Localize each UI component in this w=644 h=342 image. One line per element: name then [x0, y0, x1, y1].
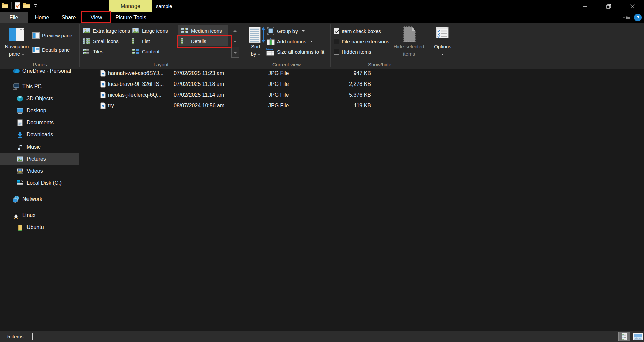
- sidebar-item-ubuntu[interactable]: Ubuntu: [0, 221, 79, 233]
- sort-by-label2: by: [251, 51, 256, 57]
- layout-tiles[interactable]: Tiles: [80, 46, 130, 57]
- gallery-scroll-down[interactable]: [231, 36, 239, 46]
- content-icon: [132, 49, 139, 54]
- file-name-extensions-checkbox[interactable]: File name extensions: [334, 37, 389, 45]
- tab-file[interactable]: File: [0, 12, 28, 23]
- gallery-more-button[interactable]: [231, 47, 239, 58]
- ubuntu-icon: [16, 224, 24, 231]
- layout-extra-large-icons[interactable]: Extra large icons: [80, 25, 130, 36]
- sort-by-dropdown[interactable]: by: [246, 51, 265, 57]
- file-date-modified: 07/02/2025 11:14 am: [174, 90, 224, 100]
- details-pane-icon: [32, 47, 40, 53]
- details-pane-label: Details pane: [42, 47, 70, 53]
- hide-selected-items-label2: items: [389, 51, 429, 57]
- add-columns-button[interactable]: Add columns: [267, 37, 313, 45]
- hidden-items-label: Hidden items: [342, 49, 371, 55]
- layout-large-icons[interactable]: Large icons: [129, 25, 179, 36]
- file-size: 119 KB: [304, 100, 371, 111]
- hide-selected-items-button[interactable]: Hide selected: [389, 44, 429, 49]
- group-label-layout: Layout: [79, 62, 243, 67]
- sidebar-item-linux[interactable]: Linux: [0, 209, 79, 221]
- file-row[interactable]: hannah-wei-aso6SYJ... 07/02/2025 11:23 a…: [79, 69, 644, 79]
- item-count: 5 items: [7, 331, 23, 342]
- 3d-objects-icon: [16, 95, 24, 102]
- help-icon[interactable]: ?: [634, 14, 642, 21]
- details-view-toggle[interactable]: [618, 332, 630, 341]
- file-row[interactable]: try 08/07/2024 10:56 am JPG File 119 KB: [79, 100, 644, 111]
- file-row[interactable]: nicolas-j-leclercq-6Q... 07/02/2025 11:1…: [79, 90, 644, 100]
- layout-medium-icons[interactable]: Medium icons: [178, 25, 228, 36]
- more-icon: [234, 51, 237, 51]
- checkbox-unchecked-icon: [334, 49, 339, 55]
- pictures-icon: [16, 155, 24, 163]
- sidebar-item-this-pc[interactable]: This PC: [0, 80, 79, 93]
- ribbon-tabstrip: File Home Share View Picture Tools ?: [0, 12, 644, 23]
- file-name-extensions-label: File name extensions: [342, 39, 389, 44]
- layout-small-icons[interactable]: Small icons: [80, 36, 130, 46]
- sidebar-item-network[interactable]: Network: [0, 193, 79, 205]
- sidebar-item-pictures[interactable]: Pictures: [0, 153, 79, 165]
- content-area: OneDrive - Personal This PC 3D Objects D…: [0, 69, 644, 331]
- more-arrow-icon: [234, 52, 237, 54]
- new-folder-icon[interactable]: [23, 3, 30, 9]
- close-button[interactable]: [621, 0, 644, 12]
- navigation-pane-icon[interactable]: [9, 27, 25, 42]
- preview-pane-button[interactable]: Preview pane: [32, 31, 72, 39]
- hidden-items-checkbox[interactable]: Hidden items: [334, 48, 371, 56]
- options-dropdown[interactable]: [431, 51, 455, 57]
- sidebar-item-downloads[interactable]: Downloads: [0, 129, 79, 141]
- file-size: 5,376 KB: [304, 90, 371, 100]
- options-icon: [436, 27, 449, 38]
- file-explorer-window: Manage sample File Home Share View Pictu…: [0, 0, 644, 342]
- quick-access-toolbar: [2, 2, 41, 9]
- gallery-scroll-up[interactable]: [231, 25, 239, 36]
- tab-view[interactable]: View: [83, 12, 110, 23]
- navigation-pane-dropdown[interactable]: pane: [1, 51, 32, 57]
- size-all-columns-icon: [266, 48, 275, 56]
- contextual-tab-manage[interactable]: Manage: [109, 0, 152, 12]
- pin-ribbon-icon[interactable]: [623, 15, 631, 20]
- sidebar-item-documents[interactable]: Documents: [0, 117, 79, 129]
- properties-check-icon[interactable]: [15, 2, 21, 9]
- size-all-columns-button[interactable]: Size all columns to fit: [266, 48, 324, 56]
- group-by-button[interactable]: Group by: [267, 27, 305, 35]
- customize-toolbar-chevron-icon[interactable]: [34, 4, 38, 7]
- tab-home[interactable]: Home: [30, 12, 54, 23]
- folder-icon[interactable]: [2, 3, 8, 9]
- extra-large-icons-icon: [83, 28, 90, 34]
- thumbnail-view-toggle[interactable]: [632, 332, 644, 341]
- options-button[interactable]: Options: [431, 44, 455, 49]
- size-all-columns-label: Size all columns to fit: [277, 49, 324, 55]
- sort-by-button[interactable]: Sort: [246, 44, 265, 49]
- layout-details[interactable]: Details: [178, 36, 228, 46]
- network-icon: [12, 195, 20, 203]
- group-by-label: Group by: [277, 28, 298, 34]
- file-type: JPG File: [268, 69, 289, 79]
- minimize-button[interactable]: [573, 0, 597, 12]
- group-separator: [429, 24, 429, 67]
- details-pane-button[interactable]: Details pane: [32, 46, 70, 54]
- item-check-boxes-checkbox[interactable]: Item check boxes: [334, 27, 381, 35]
- tab-picture-tools[interactable]: Picture Tools: [111, 12, 151, 23]
- add-columns-icon: [267, 37, 275, 45]
- layout-list[interactable]: List: [129, 36, 179, 46]
- restore-button[interactable]: [597, 0, 621, 12]
- ribbon-view-tab-panel: Navigation pane Preview pane Details pan…: [0, 23, 644, 69]
- navigation-pane-button[interactable]: Navigation: [1, 44, 32, 49]
- sidebar-item-desktop[interactable]: Desktop: [0, 105, 79, 117]
- checkbox-checked-icon: [334, 28, 339, 34]
- tab-share[interactable]: Share: [57, 12, 80, 23]
- sidebar-item-music[interactable]: Music: [0, 141, 79, 153]
- sort-by-icon[interactable]: [248, 27, 266, 43]
- sidebar-item-local-disk[interactable]: Local Disk (C:): [0, 177, 79, 189]
- tiles-icon: [83, 49, 90, 54]
- sidebar-item-onedrive[interactable]: OneDrive - Personal: [0, 69, 79, 77]
- sidebar-item-videos[interactable]: Videos: [0, 165, 79, 177]
- layout-content[interactable]: Content: [129, 46, 179, 57]
- file-row[interactable]: luca-bravo-9l_326FIS... 07/02/2025 11:18…: [79, 79, 644, 90]
- preview-pane-label: Preview pane: [42, 33, 72, 38]
- sidebar-item-label: This PC: [22, 83, 42, 90]
- this-pc-icon: [12, 83, 20, 90]
- sidebar-item-3d-objects[interactable]: 3D Objects: [0, 93, 79, 105]
- medium-icons-icon: [181, 28, 188, 34]
